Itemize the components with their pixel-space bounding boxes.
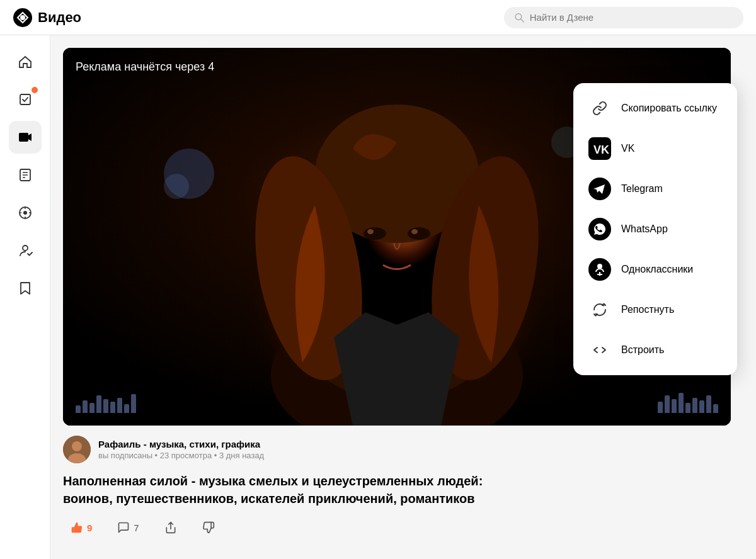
- svg-text:VK: VK: [593, 144, 609, 156]
- svg-point-24: [367, 229, 374, 234]
- svg-line-3: [521, 19, 524, 21]
- video-wrapper: Реклама начнётся через 4: [63, 48, 731, 426]
- like-button[interactable]: 9: [63, 517, 100, 538]
- comment-icon: [117, 521, 130, 534]
- repost-label: Репостнуть: [621, 304, 674, 315]
- share-button[interactable]: [157, 517, 185, 538]
- sidebar-item-bookmarks[interactable]: [9, 272, 42, 305]
- dislike-icon: [202, 521, 215, 534]
- tasks-icon: [18, 92, 33, 107]
- channel-meta: вы подписаны • 23 просмотра • 3 дня наза…: [98, 451, 264, 460]
- podcasts-icon: [18, 205, 33, 220]
- channel-name[interactable]: Рафаиль - музыка, стихи, графика: [98, 439, 264, 449]
- svg-point-25: [411, 229, 418, 234]
- telegram-icon: [588, 178, 611, 200]
- share-popup: Скопировать ссылку VK VK: [573, 83, 737, 375]
- repost-icon: [588, 298, 611, 321]
- bookmarks-icon: [18, 281, 33, 296]
- sidebar: [0, 35, 50, 559]
- whatsapp-label: WhatsApp: [621, 223, 668, 235]
- embed-icon: [588, 339, 611, 361]
- ok-label: Одноклассники: [621, 264, 693, 275]
- share-repost[interactable]: Репостнуть: [573, 290, 737, 330]
- logo-text: Видео: [38, 9, 81, 26]
- svg-rect-4: [20, 94, 30, 104]
- copy-link-label: Скопировать ссылку: [621, 103, 717, 114]
- sidebar-item-podcasts[interactable]: [9, 196, 42, 229]
- svg-point-23: [408, 227, 430, 240]
- svg-point-22: [364, 227, 386, 240]
- comment-button[interactable]: 7: [110, 517, 146, 538]
- like-icon: [71, 521, 83, 534]
- main-content: Реклама начнётся через 4: [50, 35, 756, 559]
- sidebar-item-subscriptions[interactable]: [9, 234, 42, 267]
- vk-icon: VK: [588, 137, 611, 160]
- svg-rect-5: [19, 133, 28, 142]
- header: Видео: [0, 0, 756, 35]
- ad-label: Реклама начнётся через 4: [76, 60, 214, 74]
- like-count: 9: [87, 522, 92, 533]
- svg-point-2: [515, 13, 522, 20]
- telegram-label: Telegram: [621, 183, 663, 195]
- articles-icon: [18, 167, 33, 183]
- ok-icon: [588, 258, 611, 281]
- action-bar: 9 7: [63, 517, 743, 538]
- comment-count: 7: [134, 522, 139, 533]
- search-icon: [514, 12, 525, 23]
- svg-point-1: [20, 15, 25, 20]
- search-input[interactable]: [530, 12, 733, 23]
- share-whatsapp[interactable]: WhatsApp: [573, 209, 737, 249]
- search-bar[interactable]: [504, 7, 743, 28]
- share-copy-link[interactable]: Скопировать ссылку: [573, 88, 737, 128]
- svg-point-11: [23, 211, 27, 215]
- whatsapp-icon: [588, 218, 611, 240]
- sidebar-item-home[interactable]: [9, 45, 42, 78]
- svg-point-27: [164, 174, 189, 199]
- svg-point-38: [72, 441, 82, 451]
- article-title: Наполненная силой - музыка смелых и целе…: [63, 472, 504, 507]
- share-icon: [164, 521, 177, 534]
- svg-point-12: [23, 246, 28, 251]
- channel-avatar[interactable]: [63, 436, 91, 463]
- logo[interactable]: Видео: [13, 8, 81, 28]
- embed-label: Встроить: [621, 344, 664, 356]
- share-embed[interactable]: Встроить: [573, 330, 737, 370]
- vk-label: VK: [621, 143, 634, 154]
- channel-info: Рафаиль - музыка, стихи, графика вы подп…: [63, 436, 743, 463]
- logo-icon: [13, 8, 33, 28]
- subscriptions-icon: [18, 243, 33, 258]
- home-icon: [18, 54, 33, 69]
- share-telegram[interactable]: Telegram: [573, 169, 737, 209]
- share-ok[interactable]: Одноклассники: [573, 249, 737, 290]
- video-bars-right: [658, 393, 718, 413]
- svg-point-34: [597, 264, 602, 269]
- share-vk[interactable]: VK VK: [573, 128, 737, 169]
- dislike-button[interactable]: [195, 517, 222, 538]
- channel-text: Рафаиль - музыка, стихи, графика вы подп…: [98, 439, 264, 460]
- video-bars-left: [76, 394, 136, 413]
- tasks-badge: [32, 87, 38, 93]
- copy-link-icon: [588, 97, 611, 120]
- sidebar-item-articles[interactable]: [9, 159, 42, 191]
- sidebar-item-video[interactable]: [9, 121, 42, 154]
- sidebar-item-tasks[interactable]: [9, 83, 42, 116]
- video-icon: [18, 130, 33, 145]
